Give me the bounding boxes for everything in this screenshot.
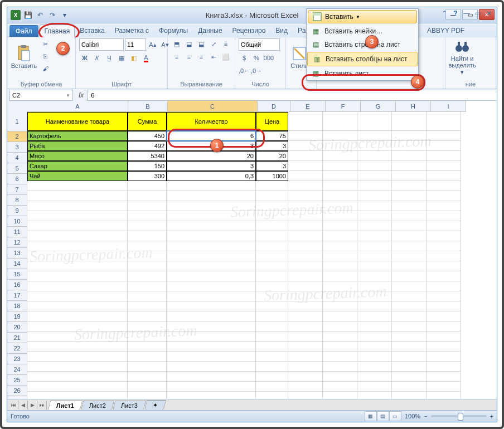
name-box-dropdown-icon[interactable]: ▼: [66, 93, 70, 98]
cell-F6[interactable]: [323, 171, 357, 181]
cell-B6[interactable]: 300: [128, 171, 167, 181]
cell-D3[interactable]: 3: [256, 141, 288, 151]
fx-icon[interactable]: fx: [75, 91, 87, 99]
cell-F7[interactable]: [323, 181, 357, 191]
cell-D22[interactable]: [256, 332, 288, 342]
cell-H4[interactable]: [392, 151, 427, 161]
cell-A4[interactable]: Мясо: [27, 151, 128, 161]
cell-E17[interactable]: [288, 281, 323, 291]
cell-D27[interactable]: [256, 382, 288, 392]
row-header-1[interactable]: 1: [7, 112, 27, 131]
cell-A19[interactable]: [27, 301, 128, 311]
cell-F8[interactable]: [323, 191, 357, 201]
cell-I3[interactable]: [427, 141, 461, 151]
sheet-nav-last-icon[interactable]: ⏭: [37, 401, 47, 410]
cell-G17[interactable]: [357, 281, 392, 291]
cell-I15[interactable]: [427, 261, 461, 271]
cell-F14[interactable]: [323, 251, 357, 261]
cell-B2[interactable]: 450: [128, 131, 167, 141]
cell-D2[interactable]: 75: [256, 131, 288, 141]
cell-F3[interactable]: [323, 141, 357, 151]
cell-E25[interactable]: [288, 362, 323, 372]
cell-I14[interactable]: [427, 251, 461, 261]
menu-insert-sheet[interactable]: ▦ Вставить лист: [307, 67, 418, 80]
cell-E4[interactable]: [288, 151, 323, 161]
cell-G5[interactable]: [357, 161, 392, 171]
cell-B21[interactable]: [128, 321, 167, 332]
cell-H19[interactable]: [392, 301, 427, 311]
cell-I22[interactable]: [427, 332, 461, 342]
cell-D14[interactable]: [256, 251, 288, 261]
cell-F27[interactable]: [323, 382, 357, 392]
cell-H16[interactable]: [392, 271, 427, 281]
cell-H12[interactable]: [392, 231, 427, 241]
italic-button[interactable]: К: [91, 52, 103, 64]
cell-I13[interactable]: [427, 241, 461, 251]
row-header-6[interactable]: 6: [7, 174, 27, 184]
cell-B4[interactable]: 5340: [128, 151, 167, 161]
cell-A23[interactable]: [27, 342, 128, 352]
row-header-16[interactable]: 16: [7, 280, 27, 290]
cell-B15[interactable]: [128, 261, 167, 271]
cell-F16[interactable]: [323, 271, 357, 281]
cell-D23[interactable]: [256, 342, 288, 352]
font-color-icon[interactable]: A: [140, 52, 152, 64]
cell-A18[interactable]: [27, 291, 128, 301]
cell-D17[interactable]: [256, 281, 288, 291]
cell-B26[interactable]: [128, 372, 167, 382]
tab-file[interactable]: Файл: [9, 25, 38, 37]
cell-F20[interactable]: [323, 311, 357, 321]
column-header-E[interactable]: E: [290, 101, 326, 112]
cell-H3[interactable]: [392, 141, 427, 151]
spreadsheet-grid[interactable]: ABCDEFGHI 123456789101112131415161718192…: [7, 101, 497, 399]
save-icon[interactable]: 💾: [23, 10, 33, 20]
number-format-select[interactable]: Общий: [239, 38, 280, 51]
sheet-nav-next-icon[interactable]: ▶: [28, 401, 37, 410]
orientation-icon[interactable]: ⤢: [208, 38, 219, 50]
cell-A14[interactable]: [27, 251, 128, 261]
tab-home[interactable]: Главная: [40, 25, 75, 37]
name-box[interactable]: C2 ▼: [9, 90, 73, 101]
merge-icon[interactable]: ⬜: [220, 51, 231, 62]
cell-C28[interactable]: [167, 392, 256, 399]
cell-F25[interactable]: [323, 362, 357, 372]
cell-F19[interactable]: [323, 301, 357, 311]
cell-A17[interactable]: [27, 281, 128, 291]
cell-G8[interactable]: [357, 191, 392, 201]
doc-minimize-icon[interactable]: —: [462, 9, 471, 18]
cell-C22[interactable]: [167, 332, 256, 342]
cell-G22[interactable]: [357, 332, 392, 342]
cell-E14[interactable]: [288, 251, 323, 261]
row-header-22[interactable]: 22: [7, 343, 27, 354]
cell-C9[interactable]: [167, 201, 256, 211]
cell-E16[interactable]: [288, 271, 323, 281]
align-left-icon[interactable]: ≡: [171, 51, 182, 62]
cell-H21[interactable]: [392, 321, 427, 332]
row-header-21[interactable]: 21: [7, 333, 27, 343]
cell-B12[interactable]: [128, 231, 167, 241]
cell-E7[interactable]: [288, 181, 323, 191]
cell-B14[interactable]: [128, 251, 167, 261]
cell-A24[interactable]: [27, 352, 128, 362]
zoom-in-button[interactable]: +: [490, 413, 493, 420]
cell-G13[interactable]: [357, 241, 392, 251]
cell-G16[interactable]: [357, 271, 392, 281]
cell-A5[interactable]: Сахар: [27, 161, 128, 171]
cell-I8[interactable]: [427, 191, 461, 201]
cell-G7[interactable]: [357, 181, 392, 191]
paste-button[interactable]: Вставить: [11, 38, 37, 75]
column-header-I[interactable]: I: [431, 101, 466, 112]
sheet-nav-prev-icon[interactable]: ◀: [18, 401, 28, 410]
row-header-13[interactable]: 13: [7, 248, 27, 259]
inc-decimal-icon[interactable]: ,0←: [239, 65, 250, 76]
cell-G24[interactable]: [357, 352, 392, 362]
cell-H23[interactable]: [392, 342, 427, 352]
view-page-break-icon[interactable]: ▭: [389, 411, 401, 421]
cell-C11[interactable]: [167, 221, 256, 231]
cell-F17[interactable]: [323, 281, 357, 291]
cell-H2[interactable]: [392, 131, 427, 141]
cell-E9[interactable]: [288, 201, 323, 211]
cell-D4[interactable]: 20: [256, 151, 288, 161]
cell-E12[interactable]: [288, 231, 323, 241]
doc-restore-icon[interactable]: ▭: [473, 9, 482, 18]
